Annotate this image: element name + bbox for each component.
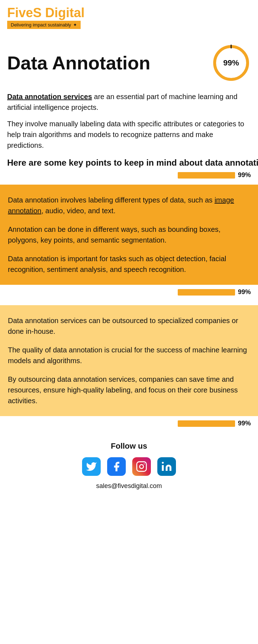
progress-row-3: 99% [0,416,258,431]
intro-paragraph-2: They involve manually labeling data with… [7,118,251,151]
card1-p1-rest: , audio, video, and text. [41,207,115,215]
follow-us-label: Follow us [7,441,251,451]
logo-s: S [33,5,42,20]
card2-para-1: Data annotation services can be outsourc… [8,315,250,337]
intro-section: Data annotation services are an essentia… [7,91,251,151]
logo-container: FiveS Digital Delivering impact sustaina… [7,6,251,29]
svg-point-6 [144,463,145,464]
logo-text: FiveS Digital [7,6,85,19]
intro-link[interactable]: Data annotation services [7,93,92,101]
card1-para-3: Data annotation is important for tasks s… [8,253,250,275]
twitter-icon[interactable] [82,457,101,476]
svg-point-5 [140,465,144,469]
email-text[interactable]: sales@fivesdigital.com [7,482,251,490]
progress-bar-inline-1: 99% [178,171,251,179]
progress-label-1: 99% [238,171,251,179]
card1-para-2: Annotation can be done in different ways… [8,224,250,245]
yellow-card-1: Data annotation involves labeling differ… [0,185,258,285]
intro-paragraph-1: Data annotation services are an essentia… [7,91,251,113]
social-icons-row [7,457,251,476]
linkedin-icon[interactable] [157,457,176,476]
title-row: Data Annotation 99% [7,43,251,83]
tagline-text: Delivering impact sustainably [11,22,71,28]
logo-five: Five [7,5,33,20]
progress-bar-track-3 [178,420,235,427]
yellow-card-2: Data annotation services can be outsourc… [0,305,258,416]
logo-digital: Digital [42,5,85,20]
header: FiveS Digital Delivering impact sustaina… [0,0,258,33]
card2-para-2: The quality of data annotation is crucia… [8,345,250,366]
circular-progress: 99% [211,43,251,83]
card1-p1-text: Data annotation involves labeling differ… [8,196,215,204]
svg-text:99%: 99% [223,58,239,67]
progress-bar-track-1 [178,172,235,179]
key-points-heading-row: Here are some key points to keep in mind… [7,158,251,179]
tagline-star-icon: ✦ [73,22,77,28]
instagram-icon[interactable] [132,457,151,476]
footer: Follow us [0,431,258,501]
progress-label-2: 99% [238,288,251,296]
svg-rect-7 [162,465,164,471]
card1-para-1: Data annotation involves labeling differ… [8,195,250,216]
progress-label-3: 99% [238,420,251,427]
progress-row-2: 99% [0,285,258,299]
tagline-bar: Delivering impact sustainably ✦ [7,21,81,29]
facebook-icon[interactable] [107,457,126,476]
progress-bar-track-2 [178,289,235,296]
svg-rect-4 [137,462,147,472]
main-content: Data Annotation 99% Data annotation serv… [0,33,258,179]
svg-point-8 [162,462,164,464]
key-points-heading-text: Here are some key points to keep in mind… [7,158,258,168]
page-title: Data Annotation [7,52,150,74]
card2-para-3: By outsourcing data annotation services,… [8,374,250,406]
